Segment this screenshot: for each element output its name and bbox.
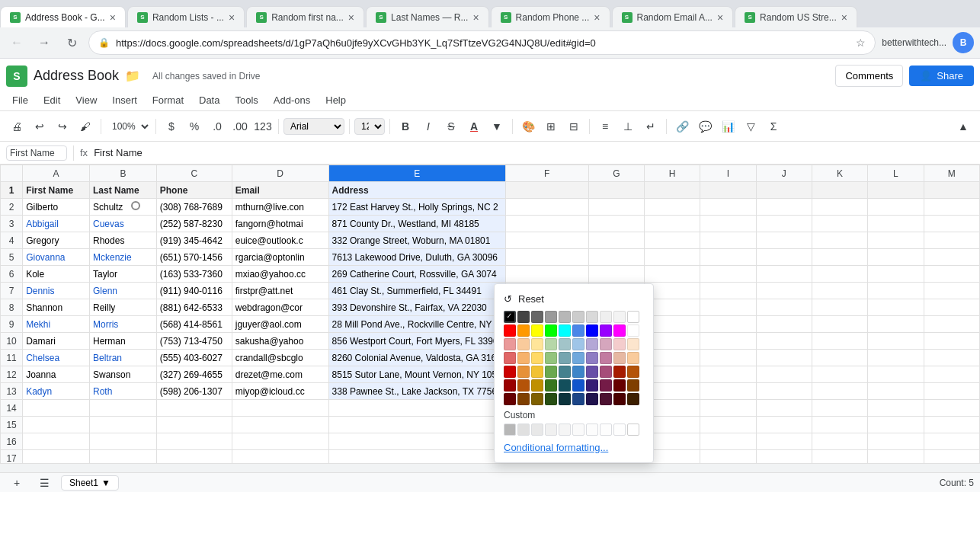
cell-c4[interactable]: (919) 345-4642 bbox=[156, 232, 232, 249]
cell-m8[interactable] bbox=[924, 299, 979, 316]
cell-c11[interactable]: (555) 403-6027 bbox=[156, 350, 232, 366]
cell-i1[interactable] bbox=[700, 182, 756, 199]
forward-button[interactable]: → bbox=[34, 32, 55, 53]
cell-m1[interactable] bbox=[924, 182, 979, 199]
col-header-l[interactable]: L bbox=[868, 165, 924, 182]
color-swatch[interactable] bbox=[531, 338, 543, 350]
color-swatch[interactable] bbox=[600, 352, 612, 364]
paint-format-button[interactable]: 🖌 bbox=[75, 116, 96, 137]
color-swatch[interactable] bbox=[545, 393, 557, 405]
print-button[interactable]: 🖨 bbox=[6, 116, 27, 137]
profile-avatar[interactable]: B bbox=[953, 32, 974, 53]
cell-d12[interactable]: drezet@me.com bbox=[232, 366, 328, 383]
cell-c7[interactable]: (911) 940-0116 bbox=[156, 283, 232, 299]
color-swatch[interactable] bbox=[531, 393, 543, 405]
color-swatch[interactable] bbox=[559, 324, 571, 337]
back-button[interactable]: ← bbox=[6, 32, 27, 53]
text-wrap-button[interactable]: ↵ bbox=[640, 116, 661, 137]
vertical-align-button[interactable]: ⊥ bbox=[617, 116, 639, 137]
tab-random-email[interactable]: S Random Email A... × bbox=[612, 6, 734, 27]
cell-a2[interactable]: Gilberto bbox=[23, 199, 90, 216]
cell-k1[interactable] bbox=[812, 182, 867, 199]
cell-k4[interactable] bbox=[812, 232, 867, 249]
cell-l10[interactable] bbox=[868, 333, 924, 350]
color-swatch[interactable] bbox=[613, 366, 626, 378]
cell-j4[interactable] bbox=[756, 232, 812, 249]
color-swatch[interactable] bbox=[600, 393, 612, 405]
tab-address-book[interactable]: S Address Book - G... × bbox=[0, 6, 126, 27]
color-swatch[interactable] bbox=[531, 324, 543, 337]
tab-random-lists[interactable]: S Random Lists - ... × bbox=[127, 6, 245, 27]
tab-close-random-first[interactable]: × bbox=[348, 11, 354, 24]
color-swatch[interactable] bbox=[586, 393, 598, 405]
decrease-decimal-button[interactable]: .0 bbox=[207, 116, 228, 137]
cell-a1[interactable]: First Name bbox=[23, 182, 90, 199]
cell-k3[interactable] bbox=[812, 216, 867, 232]
cell-m9[interactable] bbox=[924, 316, 979, 333]
cell-i9[interactable] bbox=[700, 316, 756, 333]
cell-b9[interactable]: Morris bbox=[90, 316, 157, 333]
cell-d4[interactable]: euice@outlook.c bbox=[232, 232, 328, 249]
cell-d6[interactable]: mxiao@yahoo.cc bbox=[232, 266, 328, 283]
cell-l7[interactable] bbox=[868, 283, 924, 299]
add-sheet-button[interactable]: + bbox=[6, 472, 27, 493]
cell-f5[interactable] bbox=[505, 249, 588, 266]
cell-m6[interactable] bbox=[924, 266, 979, 283]
color-swatch-white[interactable] bbox=[627, 311, 639, 323]
cell-m4[interactable] bbox=[924, 232, 979, 249]
cell-b2[interactable]: Schultz bbox=[90, 199, 157, 216]
table-row[interactable]: 2 Gilberto Schultz (308) 768-7689 mthurn… bbox=[1, 199, 980, 216]
color-swatch[interactable] bbox=[572, 311, 584, 323]
insert-link-button[interactable]: 🔗 bbox=[671, 116, 693, 137]
color-swatch[interactable] bbox=[517, 338, 530, 350]
custom-swatch-9[interactable] bbox=[613, 424, 626, 436]
custom-swatch-2[interactable] bbox=[517, 424, 530, 436]
currency-button[interactable]: $ bbox=[161, 116, 182, 137]
cell-g5[interactable] bbox=[588, 249, 644, 266]
cell-l8[interactable] bbox=[868, 299, 924, 316]
cell-l2[interactable] bbox=[868, 199, 924, 216]
cell-c1[interactable]: Phone bbox=[156, 182, 232, 199]
color-swatch[interactable] bbox=[572, 352, 584, 364]
cell-l3[interactable] bbox=[868, 216, 924, 232]
color-swatch[interactable] bbox=[531, 379, 543, 392]
cell-k11[interactable] bbox=[812, 350, 867, 366]
col-header-g[interactable]: G bbox=[588, 165, 644, 182]
tab-last-names[interactable]: S Last Names — R... × bbox=[366, 6, 489, 27]
menu-edit[interactable]: Edit bbox=[37, 91, 66, 109]
color-swatch[interactable] bbox=[627, 379, 639, 392]
cell-g6[interactable] bbox=[588, 266, 644, 283]
cell-i13[interactable] bbox=[700, 383, 756, 400]
cell-d1[interactable]: Email bbox=[232, 182, 328, 199]
table-row[interactable]: 11 Chelsea Beltran (555) 403-6027 cranda… bbox=[1, 350, 980, 366]
spreadsheet-grid[interactable]: A B C D E F G H I J K L M bbox=[0, 165, 980, 463]
color-swatch[interactable] bbox=[531, 352, 543, 364]
table-row[interactable]: 1 First Name Last Name Phone Email Addre… bbox=[1, 182, 980, 199]
cell-d2[interactable]: mthurn@live.con bbox=[232, 199, 328, 216]
insert-chart-button[interactable]: 📊 bbox=[717, 116, 738, 137]
cell-i3[interactable] bbox=[700, 216, 756, 232]
cell-j12[interactable] bbox=[756, 366, 812, 383]
cell-a12[interactable]: Joanna bbox=[23, 366, 90, 383]
merge-button[interactable]: ⊟ bbox=[563, 116, 584, 137]
color-swatch[interactable] bbox=[586, 379, 598, 392]
cell-c13[interactable]: (598) 206-1307 bbox=[156, 383, 232, 400]
cell-k10[interactable] bbox=[812, 333, 867, 350]
cell-f6[interactable] bbox=[505, 266, 588, 283]
color-swatch[interactable] bbox=[586, 311, 598, 323]
cell-e8[interactable]: 393 Devonshire St., Fairfax, VA 22030 bbox=[328, 299, 505, 316]
color-swatch[interactable] bbox=[627, 366, 639, 378]
cell-h3[interactable] bbox=[645, 216, 700, 232]
cell-a10[interactable]: Damari bbox=[23, 333, 90, 350]
custom-swatch-7[interactable] bbox=[586, 424, 598, 436]
cell-e7[interactable]: 461 Clay St., Summerfield, FL 34491 bbox=[328, 283, 505, 299]
cell-j5[interactable] bbox=[756, 249, 812, 266]
custom-swatch-5[interactable] bbox=[559, 424, 571, 436]
color-swatch[interactable] bbox=[545, 379, 557, 392]
horizontal-scrollbar[interactable] bbox=[0, 463, 980, 472]
color-swatch[interactable] bbox=[517, 324, 530, 337]
custom-swatch-6[interactable] bbox=[572, 424, 584, 436]
cell-b7[interactable]: Glenn bbox=[90, 283, 157, 299]
cell-e6[interactable]: 269 Catherine Court, Rossville, GA 3074 bbox=[328, 266, 505, 283]
color-swatch[interactable] bbox=[572, 338, 584, 350]
